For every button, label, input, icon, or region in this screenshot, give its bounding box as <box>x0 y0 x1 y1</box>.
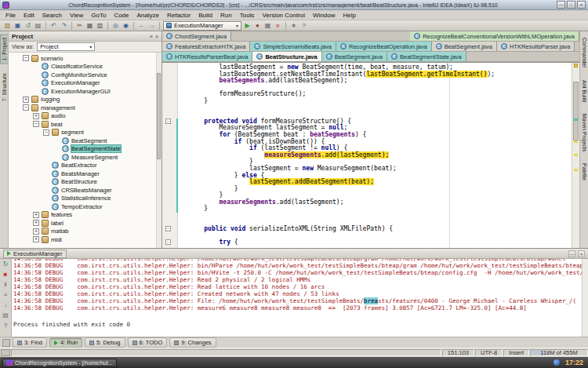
undo-icon[interactable]: ↶ <box>49 21 58 30</box>
minimize-button[interactable]: — <box>557 1 565 9</box>
close-icon[interactable]: × <box>2 291 9 299</box>
close-icon[interactable]: × <box>155 33 158 40</box>
tree-item-configmonitorservice[interactable]: CConfigMonitorService <box>9 71 162 79</box>
menu-goto[interactable]: GoTo <box>87 12 110 19</box>
tree-collapse-icon[interactable]: − <box>33 121 39 127</box>
menu-search[interactable]: Search <box>38 12 66 19</box>
maximize-button[interactable]: □ <box>567 1 575 9</box>
fold-icon[interactable]: − <box>165 118 171 124</box>
tree-item-beat[interactable]: −beat <box>9 120 162 129</box>
memory-indicator[interactable]: 118M of 455M <box>530 349 588 356</box>
cut-icon[interactable]: ✂ <box>75 21 84 30</box>
tree-expand-icon[interactable]: + <box>33 236 39 242</box>
console-scrollbar[interactable] <box>582 259 588 337</box>
settings-icon[interactable]: ∗ <box>289 21 298 30</box>
tool-stripe-button-4-run[interactable]: 4: Run <box>49 337 82 348</box>
menu-edit[interactable]: Edit <box>20 12 38 19</box>
back-icon[interactable]: ← <box>137 21 146 30</box>
tree-item-beatsmanager[interactable]: CBeatsManager <box>9 169 162 178</box>
menu-code[interactable]: Code <box>110 12 132 19</box>
menu-help[interactable]: Help <box>339 12 360 19</box>
editor-tab-simplescenariobeats-java[interactable]: CSimpleScenarioBeats.java <box>250 42 336 51</box>
scroll-to-end-icon[interactable]: ↓ <box>2 301 9 309</box>
tree-expand-icon[interactable]: + <box>23 97 29 103</box>
run-tab[interactable]: ExecutionManager <box>3 250 67 258</box>
tool-stripe-button-3-find[interactable]: 3: Find <box>13 337 47 348</box>
minimize-icon[interactable]: — <box>568 250 575 257</box>
tree-item-beatstructure[interactable]: CBeatStructure <box>9 178 162 187</box>
scrollbar-thumb[interactable] <box>157 73 161 159</box>
menu-version-control[interactable]: Version Control <box>258 12 309 19</box>
forward-icon[interactable]: → <box>147 21 156 30</box>
tool-stripe-button-5-debug[interactable]: 5: Debug <box>85 337 125 348</box>
editor-tab-beatsegment-java[interactable]: CBeatSegment.java <box>432 42 497 51</box>
rerun-icon[interactable]: ↻ <box>2 261 9 268</box>
menu-view[interactable]: View <box>66 12 87 19</box>
sync-icon[interactable]: ↺ <box>24 21 32 30</box>
tree-expand-icon[interactable]: + <box>33 220 39 226</box>
tree-collapse-icon[interactable]: − <box>43 129 49 136</box>
tree-item-segment[interactable]: −segment <box>9 129 162 137</box>
tree-item-audio[interactable]: +audio <box>9 112 162 121</box>
find-icon[interactable]: ◎ <box>111 21 120 30</box>
toolwindow-toggle-icon[interactable] <box>1 349 10 356</box>
menu-tools[interactable]: Tools <box>236 12 259 19</box>
toolwindow-corner-icon[interactable] <box>2 339 10 347</box>
run-console[interactable]: 14:36:58 DEBUG com.irst.crs.utils.helper… <box>12 259 582 337</box>
editor-tab-beatsegmentstate-java[interactable]: CBeatSegmentState.java <box>387 52 466 61</box>
tree-expand-icon[interactable]: + <box>33 113 39 119</box>
tree-item-midi[interactable]: +midi <box>9 235 162 244</box>
tree-item-logging[interactable]: +logging <box>9 96 162 104</box>
tool-stripe-button-1-project[interactable]: 1: Project <box>0 35 9 64</box>
tree-collapse-icon[interactable]: − <box>23 104 29 111</box>
tree-item-executionmanager[interactable]: CExecutionManager <box>9 79 162 88</box>
menu-file[interactable]: File <box>2 12 20 19</box>
insert-mode[interactable]: Insert <box>503 349 529 356</box>
menu-window[interactable]: Window <box>309 12 339 19</box>
tree-item-measuresegment[interactable]: CMeasureSegment <box>9 153 162 162</box>
tree-item-crsbeatsmanager[interactable]: CCRSBeatsManager <box>9 186 162 195</box>
tree-expand-icon[interactable]: + <box>33 228 39 235</box>
tree-item-management[interactable]: −management <box>9 104 162 112</box>
hide-panel-icon[interactable]: « <box>150 33 153 40</box>
run-config-combo[interactable]: ExecutionManager ▾ <box>163 21 241 31</box>
tree-item-features[interactable]: +features <box>9 211 162 220</box>
tree-item-classificatorservice[interactable]: CClassificatorService <box>9 63 162 71</box>
editor-tab-beatsegment-java[interactable]: CBeatSegment.java <box>322 52 387 61</box>
stop-icon[interactable]: ■ <box>274 21 282 30</box>
redo-icon[interactable]: ↷ <box>60 21 68 30</box>
editor-tab-recognizebeatconventionalversionwithlmoperation-java[interactable]: CRecognizeBeatConventionalVersionWithLMO… <box>410 31 579 41</box>
copy-icon[interactable]: ▦ <box>85 21 94 30</box>
project-panel-header[interactable]: Project « × <box>9 31 162 42</box>
debug-icon[interactable]: ● <box>253 21 262 30</box>
tool-stripe-button-palette[interactable]: Palette <box>580 160 588 184</box>
tree-item-beatsegment[interactable]: CBeatSegment <box>9 137 162 145</box>
tree-item-matlab[interactable]: +matlab <box>9 228 162 236</box>
tree-expand-icon[interactable]: + <box>33 212 39 218</box>
editor-tab-htkresultsparserbeat-java[interactable]: CHTKResultsParserBeat.java <box>162 52 252 61</box>
stop-icon[interactable]: ■ <box>2 271 9 279</box>
open-folder-icon[interactable]: ▨ <box>3 21 12 30</box>
project-tree[interactable]: −scenarioCClassificatorServiceCConfigMon… <box>9 53 162 248</box>
replace-icon[interactable]: ◉ <box>122 21 130 30</box>
menu-run[interactable]: Run <box>216 12 236 19</box>
project-tree-scrollbar[interactable] <box>156 53 162 248</box>
editor-tab-beatstructure-java[interactable]: CBeatStructure.java <box>252 52 321 61</box>
fold-icon[interactable]: − <box>165 239 171 245</box>
print-icon[interactable]: ▤ <box>2 312 9 319</box>
tree-collapse-icon[interactable]: − <box>23 55 29 61</box>
tool-stripe-button-commander[interactable]: Commander <box>580 35 588 71</box>
scrollbar-thumb[interactable] <box>573 82 579 141</box>
help-icon[interactable]: ? <box>2 322 9 330</box>
editor-tab-recognizebeatoperation-java[interactable]: CRecognizeBeatOperation.java <box>336 42 432 51</box>
help-icon[interactable]: ? <box>299 21 308 30</box>
tree-item-statisticalinference[interactable]: CStatisticalInference <box>9 195 162 203</box>
caret-position[interactable]: 151:103 <box>442 349 474 356</box>
fold-icon[interactable]: − <box>165 226 171 231</box>
tree-item-executionmanagergui[interactable]: CExecutionManagerGUI <box>9 87 162 96</box>
menu-build[interactable]: Build <box>194 12 216 19</box>
tree-item-tempoextractor[interactable]: CTempoExtractor <box>9 202 162 211</box>
close-button[interactable]: × <box>577 1 586 9</box>
editor-scrollbar[interactable] <box>572 63 579 248</box>
editor-tab-chordsegment-java[interactable]: CChordSegment.java <box>162 31 231 41</box>
